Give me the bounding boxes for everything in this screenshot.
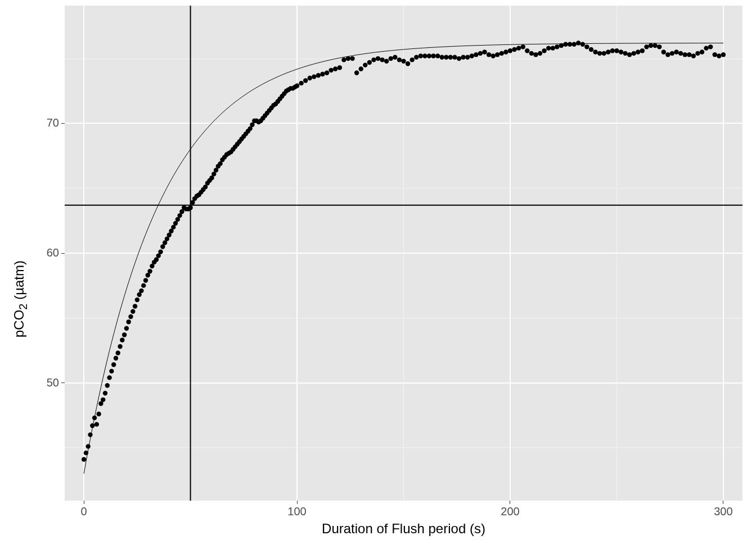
data-point xyxy=(589,47,593,52)
data-point xyxy=(516,46,521,50)
data-point xyxy=(338,65,342,70)
x-tick-label: 200 xyxy=(496,505,524,518)
data-point xyxy=(122,332,127,337)
data-point xyxy=(525,48,529,53)
data-point xyxy=(82,457,86,461)
data-point xyxy=(636,50,640,54)
data-point xyxy=(389,56,393,61)
data-point xyxy=(90,424,94,428)
data-point xyxy=(107,375,111,380)
data-point xyxy=(135,298,140,302)
data-point xyxy=(529,51,534,56)
data-point xyxy=(128,314,133,319)
data-point xyxy=(576,40,580,45)
data-point xyxy=(538,51,542,56)
data-point xyxy=(440,55,444,60)
data-point xyxy=(495,52,500,57)
data-point xyxy=(299,81,303,86)
data-point xyxy=(482,50,487,54)
data-point xyxy=(721,52,726,57)
data-point xyxy=(354,70,359,75)
data-point xyxy=(312,74,316,79)
data-point xyxy=(551,46,555,50)
data-point xyxy=(92,416,97,420)
data-point xyxy=(96,412,101,416)
data-point xyxy=(572,42,576,47)
data-point xyxy=(508,48,512,53)
data-point xyxy=(325,70,329,75)
data-point xyxy=(695,51,700,56)
data-point xyxy=(662,50,666,54)
data-point xyxy=(295,83,299,88)
data-point xyxy=(341,57,346,62)
data-point xyxy=(422,53,427,58)
data-point xyxy=(452,55,457,60)
data-point xyxy=(521,44,525,49)
data-point xyxy=(316,73,321,78)
data-point xyxy=(623,51,627,56)
data-point xyxy=(512,47,516,52)
data-point xyxy=(682,52,687,57)
data-point xyxy=(346,56,350,61)
data-point xyxy=(632,51,636,56)
x-tick-label: 0 xyxy=(70,505,98,518)
data-point xyxy=(133,304,137,308)
data-point xyxy=(470,53,474,58)
data-point xyxy=(120,338,124,342)
data-point xyxy=(118,344,122,349)
data-point xyxy=(418,53,423,58)
data-point xyxy=(114,356,118,361)
data-point xyxy=(371,57,376,62)
data-point xyxy=(86,444,90,448)
data-point xyxy=(88,433,92,437)
data-point xyxy=(376,56,380,61)
data-point xyxy=(431,53,435,58)
data-point xyxy=(533,52,538,57)
data-point xyxy=(105,383,110,388)
data-point xyxy=(597,51,602,56)
plot-svg-layer xyxy=(65,6,742,501)
data-point xyxy=(147,269,152,273)
data-point xyxy=(678,51,683,56)
y-tick-label: 60 xyxy=(39,246,59,259)
data-point xyxy=(580,42,585,47)
data-point xyxy=(350,56,354,61)
data-point xyxy=(126,320,130,324)
data-point xyxy=(130,309,135,314)
data-point xyxy=(141,283,146,287)
data-point xyxy=(448,55,453,60)
data-point xyxy=(143,278,148,282)
data-point xyxy=(94,422,99,426)
data-point xyxy=(713,52,717,57)
data-point xyxy=(444,55,448,60)
data-point xyxy=(606,50,610,54)
x-tick-label: 100 xyxy=(283,505,311,518)
data-point xyxy=(410,57,414,62)
data-point xyxy=(380,57,384,62)
data-point xyxy=(101,397,105,402)
data-point xyxy=(717,53,721,58)
data-point xyxy=(500,51,504,56)
data-point xyxy=(610,48,615,53)
data-point xyxy=(478,51,483,56)
data-point xyxy=(116,350,120,355)
data-point xyxy=(406,61,410,66)
data-point xyxy=(158,249,163,254)
data-point xyxy=(139,289,143,293)
data-point xyxy=(542,48,546,53)
data-point xyxy=(333,66,338,71)
y-axis-title: pCO2 (µatm) xyxy=(11,260,30,338)
data-point xyxy=(555,44,559,49)
x-axis-title: Duration of Flush period (s) xyxy=(65,521,742,537)
data-point xyxy=(363,62,367,67)
data-point xyxy=(619,50,623,54)
data-point xyxy=(503,50,508,54)
data-point xyxy=(393,55,397,60)
data-point xyxy=(490,53,495,58)
data-point xyxy=(644,44,649,49)
data-point xyxy=(457,56,461,61)
data-point xyxy=(665,52,670,57)
data-point xyxy=(84,451,88,455)
data-point xyxy=(308,75,312,80)
data-point xyxy=(584,44,589,49)
